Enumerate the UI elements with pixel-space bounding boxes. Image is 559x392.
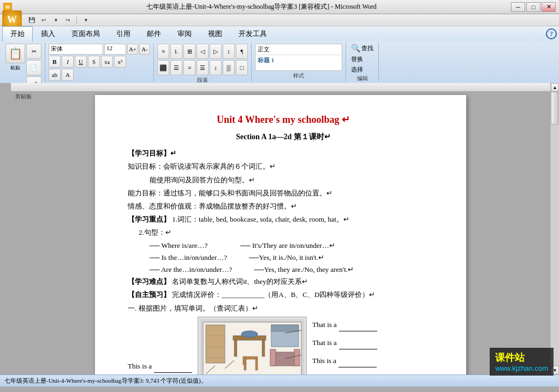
right-blank1c[interactable]	[338, 355, 377, 367]
editing-label: 编辑	[357, 75, 368, 82]
exercise1-title: 一. 根据图片，填写单词。（查词汇表）↵	[128, 302, 439, 314]
knowledge-goal: 知识目标：会听说读写表示家具的６个词汇。↵	[128, 162, 276, 170]
scrollbar-track[interactable]	[551, 92, 559, 366]
tab-pagelayout[interactable]: 页面布局	[63, 26, 108, 41]
exercise1-title-text: 一. 根据图片，填写单词。（查词汇表）↵	[128, 304, 258, 312]
font-row3: ab A	[49, 69, 74, 81]
style-normal[interactable]: 正文	[255, 44, 342, 55]
svg-rect-15	[294, 349, 300, 366]
ruler	[11, 83, 550, 92]
scrollbar[interactable]: ▲ ▼	[550, 83, 559, 375]
align-center-button[interactable]: ☰	[170, 60, 182, 75]
bullets-button[interactable]: ≡	[157, 44, 169, 59]
right-blank1b[interactable]	[339, 337, 377, 349]
paste-button[interactable]: 📋	[5, 44, 25, 63]
status-bar: 七年级英语上册-Unit-4-Where's-my-schoolbag导学案3:…	[0, 375, 559, 387]
tab-home[interactable]: 开始	[2, 26, 33, 41]
find-button[interactable]: 🔍 查找	[351, 44, 373, 53]
tab-insert[interactable]: 插入	[33, 26, 63, 41]
undo-button[interactable]: ↩	[38, 15, 49, 25]
preview-label: 【自主预习】	[128, 290, 170, 299]
shrink-font-button[interactable]: A-	[139, 44, 150, 55]
superscript-button[interactable]: x²	[114, 56, 126, 68]
font-size-dropdown[interactable]: 12	[104, 44, 126, 55]
key-point2: 2.句型：↵	[139, 228, 171, 236]
grow-font-button[interactable]: A+	[127, 44, 138, 55]
learning-goal-header: 【学习目标】↵	[128, 147, 439, 159]
copy-button[interactable]: 📄	[26, 60, 41, 75]
increase-indent-button[interactable]: ▷	[210, 44, 222, 59]
tab-view[interactable]: 视图	[200, 26, 230, 41]
tab-review[interactable]: 审阅	[169, 26, 200, 41]
align-right-button[interactable]: ≡	[183, 60, 195, 75]
right-fill1a-label: That is a	[312, 319, 337, 331]
watermark-line1: 课件站	[495, 351, 548, 364]
select-label: 选择	[351, 66, 363, 74]
dialog3b: ──Yes, they are./No, they aren't.↵	[254, 264, 354, 276]
help-button[interactable]: ?	[546, 26, 557, 41]
text-highlight-button[interactable]: ab	[49, 69, 61, 81]
scrollbar-thumb[interactable]	[551, 92, 558, 124]
font-row1: 宋体 12 A+ A-	[49, 44, 150, 55]
scroll-up-button[interactable]: ▲	[551, 83, 559, 92]
ribbon-content: 📋 粘贴 ✂ 📄 🖌 剪贴板 宋体 12 A+ A- B I U S	[0, 41, 559, 83]
font-name-dropdown[interactable]: 宋体	[49, 44, 103, 55]
minimize-button[interactable]: ─	[511, 2, 525, 12]
svg-rect-6	[234, 340, 237, 357]
dialog3a: ── Are the…in/on/under…?	[150, 264, 232, 276]
undo-dropdown[interactable]: ▾	[50, 15, 61, 25]
line-spacing-button[interactable]: ↕	[210, 60, 222, 75]
tab-references[interactable]: 引用	[108, 26, 139, 41]
font-color-button[interactable]: A	[62, 69, 74, 81]
align-left-button[interactable]: ⬛	[157, 60, 169, 75]
right-fill1b-label: That is a	[312, 337, 337, 349]
strikethrough-button[interactable]: S	[88, 56, 100, 68]
quick-access-toolbar: W 💾 ↩ ▾ ↪ ▾	[0, 14, 559, 26]
sort-button[interactable]: ↕	[223, 44, 235, 59]
subscript-button[interactable]: x₂	[101, 56, 113, 68]
close-button[interactable]: ✕	[542, 2, 556, 12]
knowledge-goal-line: 知识目标：会听说读写表示家具的６个词汇。↵	[128, 161, 439, 173]
svg-rect-1	[206, 325, 225, 363]
numbering-button[interactable]: 1.	[170, 44, 182, 59]
key-point-label: 【学习重点】	[128, 215, 170, 223]
right-blank1a[interactable]	[339, 319, 377, 331]
exercise1-content: This is a This is a	[128, 317, 439, 375]
customize-button[interactable]: ▾	[80, 15, 91, 25]
save-button[interactable]: 💾	[26, 15, 37, 25]
para-row1: ≡ 1. ⊞ ◁ ▷ ↕ ¶	[157, 44, 248, 59]
multilevel-button[interactable]: ⊞	[183, 44, 195, 59]
styles-gallery[interactable]: 正文 标题 1	[255, 44, 342, 71]
left-blank1a[interactable]	[154, 360, 192, 373]
bold-button[interactable]: B	[49, 56, 61, 68]
justify-button[interactable]: ☰	[197, 60, 209, 75]
tab-developer[interactable]: 开发工具	[230, 26, 275, 41]
window-controls: ─ □ ✕	[511, 2, 556, 12]
content-column: Unit 4 Where's my schoolbag ↵ Section A …	[11, 83, 550, 375]
show-para-button[interactable]: ¶	[236, 44, 248, 59]
italic-button[interactable]: I	[62, 56, 74, 68]
style-heading1[interactable]: 标题 1	[255, 55, 342, 66]
border-button[interactable]: □	[236, 60, 248, 75]
knowledge-goal2-line: 能使用询问及回答方位的句型。↵	[150, 174, 439, 186]
decrease-indent-button[interactable]: ◁	[197, 44, 209, 59]
right-fill-labels: That is a That is a This is a	[312, 317, 377, 367]
redo-button[interactable]: ↪	[62, 15, 73, 25]
ribbon-tabs: 开始 插入 页面布局 引用 邮件 审阅 视图 开发工具 ?	[0, 26, 559, 41]
tab-mailings[interactable]: 邮件	[139, 26, 169, 41]
main-area: Unit 4 Where's my schoolbag ↵ Section A …	[0, 83, 559, 375]
replace-button[interactable]: 替换	[351, 55, 373, 63]
learning-goal-label: 【学习目标】↵	[128, 149, 176, 157]
dialog-row1: ── Where is/are…? ── It's/They are in/on…	[150, 240, 439, 252]
right-fill1: That is a	[312, 319, 377, 331]
dialog-row2: ── Is the…in/on/under…? ──Yes, it is./No…	[150, 252, 439, 264]
shading-button[interactable]: ▒	[223, 60, 235, 75]
ability-goal: 能力目标：通过练习，能够口头和书面询问及回答物品的位置。↵	[128, 189, 332, 197]
underline-button[interactable]: U	[75, 56, 87, 68]
svg-rect-11	[243, 357, 245, 365]
maximize-button[interactable]: □	[526, 2, 540, 12]
select-button[interactable]: 选择	[351, 66, 373, 74]
cut-button[interactable]: ✂	[26, 44, 41, 59]
left-margin	[0, 83, 11, 375]
svg-rect-8	[244, 357, 258, 359]
